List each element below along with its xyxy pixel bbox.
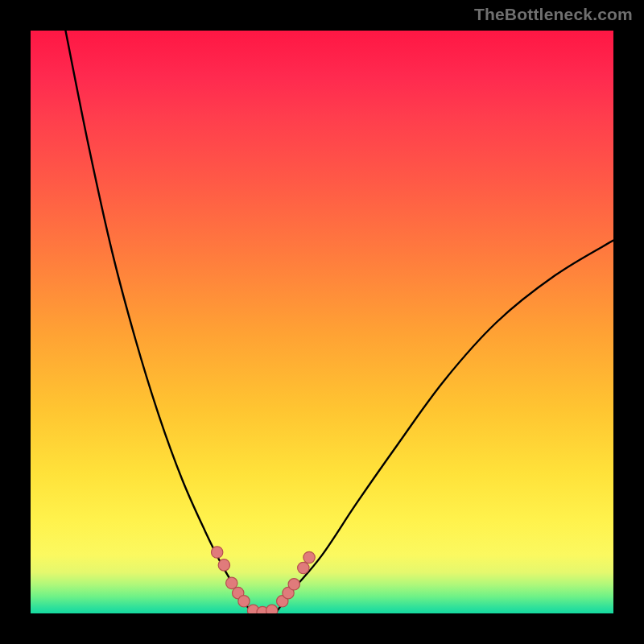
right-bead-lower-3 xyxy=(288,579,299,590)
left-bead-upper-2 xyxy=(218,559,229,571)
min-bead-3 xyxy=(266,605,278,613)
curve-layer xyxy=(31,31,613,613)
left-bead-lower-3 xyxy=(238,596,250,607)
curve-left-branch xyxy=(65,31,252,613)
bottleneck-curves xyxy=(65,31,613,613)
plot-area xyxy=(31,31,613,613)
left-bead-upper-1 xyxy=(211,547,222,558)
attribution-text: TheBottleneck.com xyxy=(474,5,633,24)
curve-right-branch xyxy=(275,241,613,613)
marker-beads xyxy=(211,547,315,613)
chart-frame: TheBottleneck.com xyxy=(0,0,644,644)
right-bead-upper-2 xyxy=(303,551,315,563)
left-bead-lower-1 xyxy=(226,577,237,588)
right-bead-upper-1 xyxy=(298,562,309,573)
